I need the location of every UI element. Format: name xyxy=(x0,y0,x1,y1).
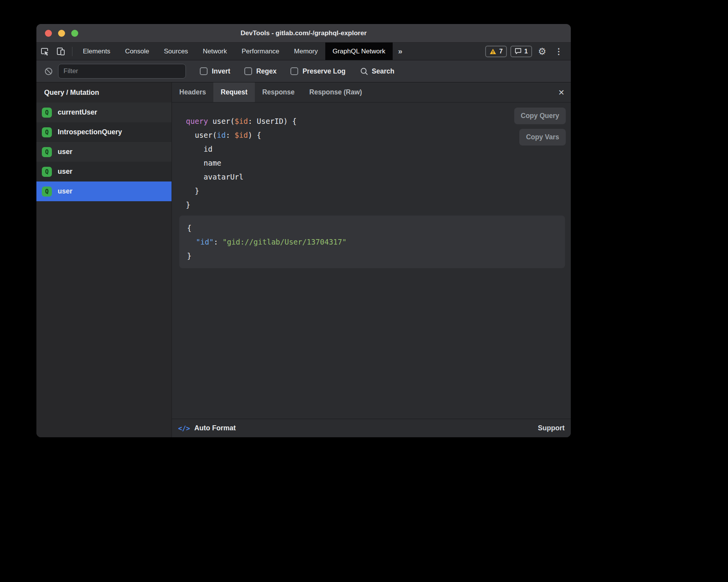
code-brackets-icon: </> xyxy=(178,425,190,432)
query-type-badge: Q xyxy=(42,108,52,118)
regex-checkbox-box xyxy=(244,67,252,75)
query-list-panel: Query / Mutation Q currentUser Q Introsp… xyxy=(36,82,172,437)
query-type-badge: Q xyxy=(42,127,52,137)
invert-checkbox[interactable]: Invert xyxy=(200,67,230,75)
warnings-badge[interactable]: 7 xyxy=(485,46,507,57)
search-label: Search xyxy=(372,67,394,75)
list-item-user-3-selected[interactable]: Q user xyxy=(36,181,172,201)
close-detail-icon[interactable]: ✕ xyxy=(558,89,565,96)
copy-query-button[interactable]: Copy Query xyxy=(514,108,566,124)
tab-graphql-network[interactable]: GraphQL Network xyxy=(325,43,393,60)
filter-input[interactable] xyxy=(58,64,186,79)
tab-bar-right-controls: 7 1 ⚙ ⋮ xyxy=(485,43,571,60)
tab-response[interactable]: Response xyxy=(255,82,302,102)
copy-vars-button[interactable]: Copy Vars xyxy=(519,129,566,146)
tab-elements[interactable]: Elements xyxy=(76,43,118,60)
list-item-currentuser[interactable]: Q currentUser xyxy=(36,103,172,122)
more-tabs-button[interactable]: » xyxy=(393,43,408,60)
zoom-window-button[interactable] xyxy=(71,30,78,37)
query-type-badge: Q xyxy=(42,187,52,197)
minimize-window-button[interactable] xyxy=(58,30,65,37)
tab-request[interactable]: Request xyxy=(213,82,255,102)
list-item-label: user xyxy=(58,148,72,156)
detail-tab-bar: Headers Request Response Response (Raw) … xyxy=(172,82,571,103)
inspect-element-icon[interactable] xyxy=(36,43,53,60)
warnings-count: 7 xyxy=(499,48,503,55)
graphql-query-code: query user($id: UserID) { user(id: $id) … xyxy=(172,103,571,212)
traffic-lights xyxy=(45,24,78,42)
warning-triangle-icon xyxy=(489,48,496,55)
query-type-badge: Q xyxy=(42,167,52,177)
kebab-menu-icon[interactable]: ⋮ xyxy=(552,47,565,56)
device-toggle-icon xyxy=(56,46,66,56)
search-toggle[interactable]: Search xyxy=(360,67,394,75)
preserve-log-checkbox[interactable]: Preserve Log xyxy=(290,67,345,75)
query-type-badge: Q xyxy=(42,147,52,157)
list-item-label: currentUser xyxy=(58,108,97,116)
settings-gear-icon[interactable]: ⚙ xyxy=(536,46,549,57)
support-link[interactable]: Support xyxy=(538,424,565,432)
block-circle-icon xyxy=(44,67,53,76)
preserve-log-checkbox-label: Preserve Log xyxy=(302,67,345,75)
tab-memory[interactable]: Memory xyxy=(287,43,325,60)
tab-network[interactable]: Network xyxy=(196,43,234,60)
list-item-user-2[interactable]: Q user xyxy=(36,162,172,181)
issues-count: 1 xyxy=(524,48,528,55)
request-body: Copy Query Copy Vars query user($id: Use… xyxy=(172,103,571,419)
main-content: Query / Mutation Q currentUser Q Introsp… xyxy=(36,82,571,437)
query-list-header: Query / Mutation xyxy=(36,82,172,103)
tab-headers[interactable]: Headers xyxy=(172,82,213,102)
search-icon xyxy=(360,67,368,75)
issues-badge[interactable]: 1 xyxy=(510,46,532,57)
invert-checkbox-box xyxy=(200,67,208,75)
tab-response-raw[interactable]: Response (Raw) xyxy=(302,82,369,102)
inspect-cursor-icon xyxy=(39,46,50,56)
tab-sources[interactable]: Sources xyxy=(156,43,195,60)
list-item-user-1[interactable]: Q user xyxy=(36,142,172,162)
message-bubble-icon xyxy=(515,48,522,55)
window-title: DevTools - gitlab.com/-/graphql-explorer xyxy=(36,29,571,37)
tab-performance[interactable]: Performance xyxy=(234,43,287,60)
copy-buttons: Copy Query Copy Vars xyxy=(514,108,566,146)
invert-checkbox-label: Invert xyxy=(212,67,230,75)
detail-panel: Headers Request Response Response (Raw) … xyxy=(172,82,571,437)
graphql-variables-box: { "id": "gid://gitlab/User/13704317"} xyxy=(179,216,565,268)
regex-checkbox-label: Regex xyxy=(256,67,277,75)
toolbar-separator xyxy=(72,47,72,56)
title-bar: DevTools - gitlab.com/-/graphql-explorer xyxy=(36,24,571,43)
list-item-label: user xyxy=(58,187,72,195)
devtools-tab-bar: Elements Console Sources Network Perform… xyxy=(36,43,571,60)
devtools-window: DevTools - gitlab.com/-/graphql-explorer… xyxy=(36,24,571,437)
filter-toolbar: Invert Regex Preserve Log Search xyxy=(36,60,571,82)
detail-footer: </> Auto Format Support xyxy=(172,419,571,437)
device-toolbar-icon[interactable] xyxy=(53,43,69,60)
tab-console[interactable]: Console xyxy=(118,43,156,60)
list-item-label: user xyxy=(58,168,72,176)
preserve-log-checkbox-box xyxy=(290,67,298,75)
list-item-introspectionquery[interactable]: Q IntrospectionQuery xyxy=(36,122,172,142)
regex-checkbox[interactable]: Regex xyxy=(244,67,277,75)
close-window-button[interactable] xyxy=(45,30,52,37)
list-item-label: IntrospectionQuery xyxy=(58,128,122,136)
clear-log-icon[interactable] xyxy=(42,67,55,76)
auto-format-button[interactable]: Auto Format xyxy=(194,424,236,432)
